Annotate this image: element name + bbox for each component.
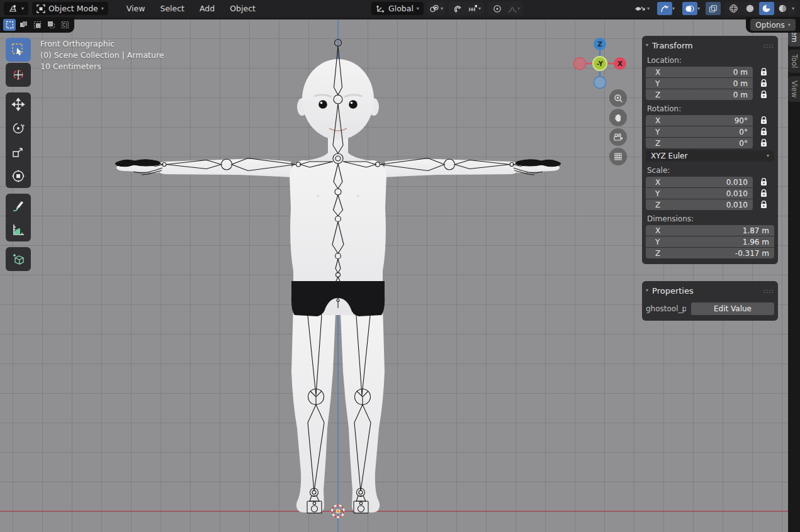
xray-toggle[interactable] (706, 2, 721, 15)
rotation-mode-dropdown[interactable]: XYZ Euler ▾ (646, 150, 774, 162)
navigation-gizmo[interactable]: Z X -Y (574, 38, 627, 89)
pan-button[interactable] (609, 109, 627, 126)
tab-view[interactable]: View (788, 76, 800, 102)
gizmo-axis-neg-x[interactable] (574, 58, 586, 70)
properties-panel-title[interactable]: Properties (652, 286, 694, 296)
shading-wireframe-button[interactable] (726, 2, 741, 15)
tool-scale[interactable] (6, 140, 31, 164)
tool-annotate[interactable] (6, 194, 31, 218)
chevron-down-icon: ▾ (697, 6, 700, 11)
menu-select[interactable]: Select (154, 2, 190, 15)
perspective-toggle-button[interactable] (609, 148, 627, 165)
left-toolbar (6, 38, 31, 271)
camera-view-button[interactable] (609, 128, 627, 146)
lock-icon[interactable] (760, 116, 767, 125)
pivot-point-dropdown[interactable]: ▾ (427, 2, 445, 15)
location-x-field[interactable]: X 0 m (646, 67, 753, 77)
snap-toggle-button[interactable] (451, 2, 466, 15)
scale-icon (11, 145, 25, 159)
tool-measure[interactable] (6, 218, 31, 241)
location-y-field[interactable]: Y 0 m (646, 78, 753, 89)
shading-rendered-button[interactable] (775, 2, 791, 15)
select-mode-subtract[interactable] (31, 19, 43, 31)
gizmo-icon (660, 4, 669, 13)
menu-object[interactable]: Object (224, 2, 261, 15)
scale-x-field[interactable]: X 0.010 (646, 177, 753, 187)
gizmo-x-label: X (617, 60, 623, 67)
rotation-label: Rotation: (647, 104, 773, 113)
gizmo-axis-neg-z[interactable] (594, 77, 606, 89)
custom-property-label: ghostool_pro... (646, 304, 686, 313)
lock-icon[interactable] (760, 201, 767, 209)
show-overlays-toggle[interactable] (682, 2, 697, 15)
transform-panel-title[interactable]: Transform (652, 41, 693, 50)
select-intersect-icon (61, 21, 69, 29)
viewport-info-overlay: Front Orthographic (0) Scene Collection … (40, 38, 164, 72)
select-mode-intersect[interactable] (59, 19, 71, 31)
select-extend-icon (20, 21, 28, 29)
tool-cursor[interactable] (6, 63, 31, 87)
location-z-field[interactable]: Z 0 m (646, 89, 753, 100)
shading-mode-group: ▾ (724, 2, 796, 15)
collapse-chevron-icon[interactable]: ▾ (646, 43, 648, 48)
snap-increment-icon (468, 4, 478, 13)
tool-add-cube[interactable] (6, 247, 31, 271)
edit-value-button[interactable]: Edit Value (691, 302, 774, 315)
show-gizmo-toggle[interactable] (657, 2, 672, 15)
magnifier-icon (614, 94, 623, 103)
rotation-x-field[interactable]: X 90° (646, 115, 753, 126)
proportional-edit-button[interactable] (490, 2, 505, 15)
eye-left (318, 100, 327, 109)
panel-drag-handle-icon[interactable]: :::: (763, 42, 774, 49)
options-button[interactable]: Options ▾ (750, 19, 795, 31)
scale-z-field[interactable]: Z 0.010 (646, 199, 753, 210)
proportional-falloff-dropdown[interactable]: ▾ (506, 2, 521, 15)
dimensions-label: Dimensions: (647, 214, 773, 223)
menu-view[interactable]: View (121, 2, 151, 15)
tool-rotate[interactable] (6, 116, 31, 140)
collapse-chevron-icon[interactable]: ▾ (646, 288, 648, 293)
rotation-z-field[interactable]: Z 0° (646, 138, 753, 148)
tool-select-box[interactable] (6, 38, 31, 62)
shading-material-button[interactable] (759, 2, 774, 15)
lock-icon[interactable] (760, 189, 767, 197)
select-mode-set[interactable] (3, 19, 16, 31)
editor-type-button[interactable]: ▾ (4, 2, 28, 15)
zoom-button[interactable] (609, 89, 627, 107)
lock-icon[interactable] (760, 139, 767, 147)
viewport-3d[interactable]: Z X -Y Front Orthographic (0) Scene Coll… (0, 19, 788, 532)
proportional-circle-icon (493, 4, 502, 13)
visibility-icon (635, 4, 646, 13)
tool-transform[interactable] (6, 164, 31, 188)
dimensions-z-field[interactable]: Z -0.317 m (646, 248, 774, 258)
view-object-types-dropdown[interactable]: ▾ (633, 2, 651, 15)
tool-move[interactable] (6, 92, 31, 116)
magnet-icon (454, 4, 463, 13)
chevron-down-icon: ▾ (21, 6, 24, 11)
tab-tool[interactable]: Tool (788, 50, 800, 72)
mode-label: Object Mode (48, 4, 98, 13)
panel-drag-handle-icon[interactable]: :::: (763, 287, 774, 294)
lock-icon[interactable] (760, 68, 767, 76)
orientation-label: Global (388, 4, 414, 13)
object-mode-icon (37, 4, 45, 13)
topbar: ▾ Object Mode ▾ View Select Add Object G… (0, 0, 800, 17)
dimensions-x-field[interactable]: X 1.87 m (646, 225, 774, 236)
dimensions-y-field[interactable]: Y 1.96 m (646, 236, 774, 247)
select-mode-extend[interactable] (17, 19, 30, 31)
lock-icon[interactable] (760, 128, 767, 136)
mode-dropdown[interactable]: Object Mode ▾ (32, 2, 108, 15)
select-mode-invert[interactable] (45, 19, 57, 31)
lock-icon[interactable] (760, 91, 767, 99)
lock-icon[interactable] (760, 178, 767, 186)
solid-sphere-icon (745, 4, 755, 13)
shading-solid-button[interactable] (743, 2, 758, 15)
menu-add[interactable]: Add (194, 2, 220, 15)
lock-icon[interactable] (760, 79, 767, 87)
transform-panel: ▾ Transform :::: Location: X 0 m Y 0 m Z… (642, 36, 778, 264)
scale-y-field[interactable]: Y 0.010 (646, 188, 753, 199)
rotation-y-field[interactable]: Y 0° (646, 126, 753, 137)
transform-orientation-dropdown[interactable]: Global ▾ (371, 2, 424, 15)
chevron-down-icon: ▾ (517, 6, 520, 11)
snap-target-dropdown[interactable]: ▾ (467, 2, 482, 15)
